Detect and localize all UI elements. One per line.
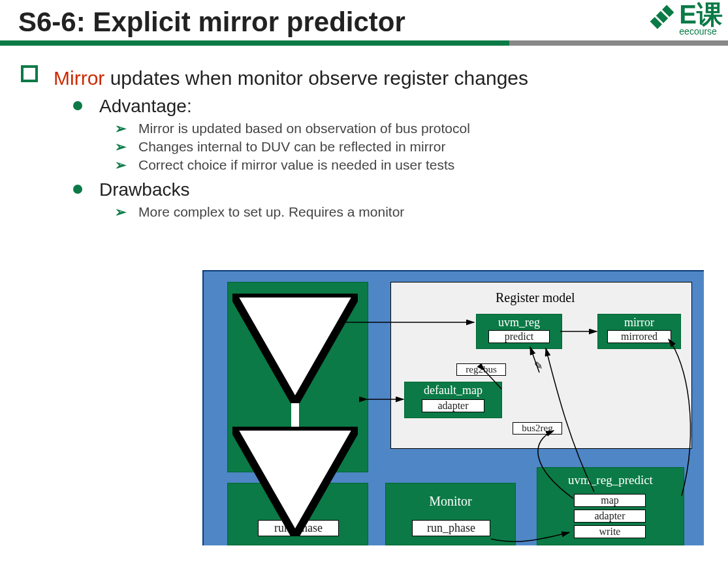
list-item: ➢Changes internal to DUV can be reflecte…: [115, 139, 712, 155]
logo-icon: [648, 3, 676, 34]
logo-text: E课 eecourse: [679, 3, 723, 37]
arrow-bullet-icon: ➢: [115, 139, 127, 154]
title-rule: [0, 40, 728, 46]
disc-bullet-icon: [73, 185, 82, 194]
arrow-bullet-icon: ➢: [115, 157, 127, 172]
mirror-block: mirror mirrored: [597, 314, 681, 349]
drawback-points: ➢More complex to set up. Requires a moni…: [115, 204, 712, 220]
monitor-label: Monitor: [386, 494, 515, 509]
uvm-reg-predict-block: uvm_reg_predict map adapter write: [537, 467, 684, 545]
driver-run-phase: run_phase: [258, 520, 339, 536]
predict-label: predict: [488, 330, 550, 343]
drawbacks-header: Drawbacks: [73, 179, 712, 200]
monitor-block: Monitor run_phase: [385, 483, 516, 545]
bus2reg-label: bus2reg: [513, 422, 562, 435]
advantage-header: Advantage:: [73, 96, 712, 117]
point-text: More complex to set up. Requires a monit…: [138, 204, 404, 219]
arrow-bullet-icon: ➢: [115, 204, 127, 219]
driver-label: Driver: [228, 494, 368, 509]
map-label: map: [574, 494, 646, 507]
diagram: body Register model uvm_reg predict mirr…: [202, 270, 704, 545]
uvm-reg-predict-label: uvm_reg_predict: [537, 473, 684, 487]
list-item: ➢Correct choice if mirror value is neede…: [115, 157, 712, 173]
adapter-label: adapter: [422, 399, 484, 412]
disc-bullet-icon: [73, 101, 82, 110]
logo: E课 eecourse: [648, 3, 723, 37]
write-label: write: [574, 525, 646, 538]
uvm-reg-block: uvm_reg predict: [476, 314, 562, 349]
point-text: Changes internal to DUV can be reflected…: [138, 139, 445, 154]
body-label: body: [261, 313, 335, 329]
default-map-label: default_map: [405, 384, 501, 397]
reg2bus-label: reg2bus: [456, 363, 506, 376]
monitor-run-phase: run_phase: [412, 520, 490, 536]
slide: E课 eecourse S6-6: Explicit mirror predic…: [0, 0, 728, 565]
advantage-points: ➢Mirror is updated based on observation …: [115, 121, 712, 173]
point-text: Correct choice if mirror value is needed…: [138, 157, 454, 172]
register-model: Register model uvm_reg predict mirror mi…: [390, 282, 692, 449]
predict-adapter-label: adapter: [574, 510, 646, 523]
heading-line: Mirror updates when monitor observe regi…: [21, 65, 712, 89]
default-map-block: default_map adapter: [404, 382, 502, 418]
content: Mirror updates when monitor observe regi…: [0, 65, 728, 220]
heading-mirror: Mirror: [54, 67, 104, 89]
heading-rest: updates when monitor observe register ch…: [104, 67, 528, 89]
logo-en: eecourse: [679, 26, 723, 37]
mirrored-label: mirrored: [607, 330, 671, 343]
square-bullet-icon: [21, 65, 38, 82]
arrow-bullet-icon: ➢: [115, 121, 127, 136]
drawbacks-label: Drawbacks: [99, 179, 189, 200]
mirror-label: mirror: [598, 316, 680, 329]
register-model-label: Register model: [496, 290, 575, 305]
logo-cn: E课: [679, 3, 723, 26]
list-item: ➢Mirror is updated based on observation …: [115, 121, 712, 136]
driver-block: Driver run_phase: [227, 483, 368, 545]
advantage-label: Advantage:: [99, 96, 192, 116]
body-block: body: [227, 282, 368, 472]
list-item: ➢More complex to set up. Requires a moni…: [115, 204, 712, 220]
slide-title: S6-6: Explicit mirror predictor: [0, 0, 728, 40]
uvm-reg-label: uvm_reg: [477, 316, 562, 329]
point-text: Mirror is updated based on observation o…: [138, 121, 470, 136]
